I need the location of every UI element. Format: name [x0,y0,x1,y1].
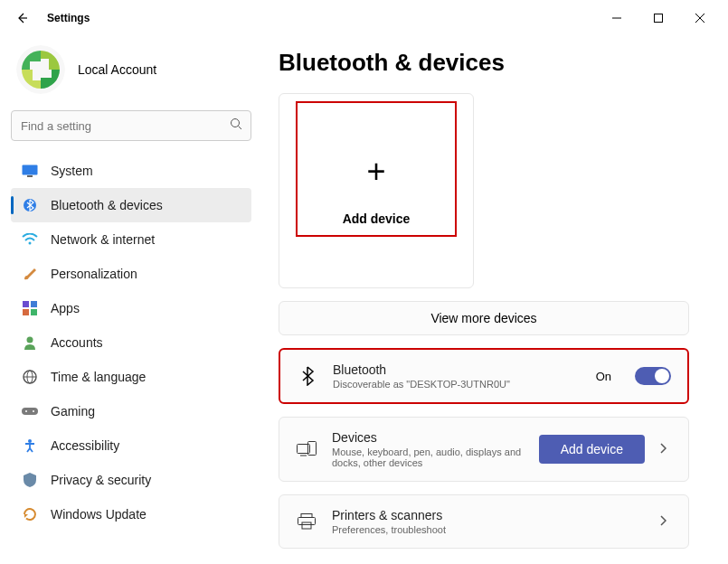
bluetooth-toggle-tile[interactable]: Bluetooth Discoverable as "DESKTOP-3UTNR… [279,348,689,404]
chevron-right-icon [659,441,672,457]
bluetooth-toggle[interactable] [635,367,671,385]
brush-icon [22,266,38,282]
svg-point-21 [33,410,34,412]
avatar [16,45,65,94]
page-title: Bluetooth & devices [279,49,719,77]
highlight-add-device [296,101,457,237]
sidebar-item-label: Time & language [51,370,146,384]
sidebar-item-label: System [51,164,93,178]
svg-rect-14 [31,309,37,315]
sidebar-item-label: Personalization [51,267,137,281]
sidebar-item-time-language[interactable]: Time & language [11,360,251,394]
back-button[interactable] [7,4,36,33]
devices-tile[interactable]: Devices Mouse, keyboard, pen, audio, dis… [279,417,689,482]
devices-subtitle: Mouse, keyboard, pen, audio, displays an… [332,446,525,468]
svg-rect-7 [23,165,38,175]
sidebar-item-bluetooth-devices[interactable]: Bluetooth & devices [11,188,251,222]
bluetooth-subtitle: Discoverable as "DESKTOP-3UTNR0U" [333,379,581,390]
sidebar-item-gaming[interactable]: Gaming [11,394,251,428]
sidebar-item-label: Bluetooth & devices [51,198,163,212]
sidebar: Local Account System Bluetooth & devices… [0,36,262,564]
sidebar-item-apps[interactable]: Apps [11,291,251,325]
bluetooth-state-label: On [596,370,611,383]
apps-icon [22,300,38,316]
search-input[interactable] [11,110,251,141]
sidebar-item-accounts[interactable]: Accounts [11,325,251,360]
sidebar-item-label: Windows Update [51,507,147,522]
svg-rect-19 [22,408,38,415]
svg-rect-13 [23,309,29,315]
svg-point-15 [27,337,33,343]
svg-rect-8 [27,175,33,177]
svg-rect-11 [23,301,29,307]
svg-rect-26 [301,514,312,518]
sidebar-item-label: Network & internet [51,232,155,247]
profile-section[interactable]: Local Account [11,42,251,110]
svg-point-10 [29,242,32,245]
main-content: Bluetooth & devices + Add device View mo… [262,36,728,564]
add-device-button[interactable]: Add device [539,435,645,464]
monitor-icon [22,163,38,179]
printers-subtitle: Preferences, troubleshoot [332,524,645,535]
sidebar-item-network[interactable]: Network & internet [11,222,251,257]
accessibility-icon [22,437,38,454]
bluetooth-title: Bluetooth [333,362,581,377]
svg-point-22 [28,439,32,443]
sidebar-item-privacy-security[interactable]: Privacy & security [11,463,251,497]
minimize-button[interactable] [596,4,638,33]
svg-point-5 [232,119,240,127]
close-button[interactable] [679,4,721,33]
svg-rect-28 [302,522,311,529]
account-name: Local Account [78,62,156,77]
sidebar-item-label: Apps [51,301,80,315]
sidebar-item-label: Privacy & security [51,473,151,487]
svg-point-20 [25,410,27,412]
svg-line-6 [239,127,242,130]
search-icon [230,118,242,134]
printers-tile[interactable]: Printers & scanners Preferences, trouble… [279,494,689,549]
printer-icon [296,511,317,532]
bluetooth-icon [22,197,38,213]
sidebar-item-accessibility[interactable]: Accessibility [11,428,251,463]
svg-rect-12 [31,301,37,307]
add-device-card[interactable]: + Add device [279,93,474,288]
clock-globe-icon [22,369,38,385]
svg-rect-1 [655,14,663,23]
chevron-right-icon [659,513,672,530]
sidebar-item-personalization[interactable]: Personalization [11,257,251,291]
devices-icon [296,438,317,460]
bluetooth-glyph-icon [297,365,318,387]
gamepad-icon [22,403,38,419]
shield-icon [22,472,38,488]
svg-rect-27 [298,518,316,525]
maximize-button[interactable] [638,4,679,33]
wifi-icon [22,231,38,248]
devices-title: Devices [332,430,525,445]
sidebar-item-label: Gaming [51,404,95,418]
sidebar-item-label: Accounts [51,335,103,350]
nav-list: System Bluetooth & devices Network & int… [11,154,251,531]
person-icon [22,334,38,351]
printers-title: Printers & scanners [332,508,645,522]
window-title: Settings [47,12,90,24]
update-icon [22,506,38,522]
view-more-devices-button[interactable]: View more devices [279,301,689,335]
sidebar-item-windows-update[interactable]: Windows Update [11,497,251,531]
sidebar-item-label: Accessibility [51,438,119,453]
sidebar-item-system[interactable]: System [11,154,251,188]
view-more-label: View more devices [430,311,536,325]
